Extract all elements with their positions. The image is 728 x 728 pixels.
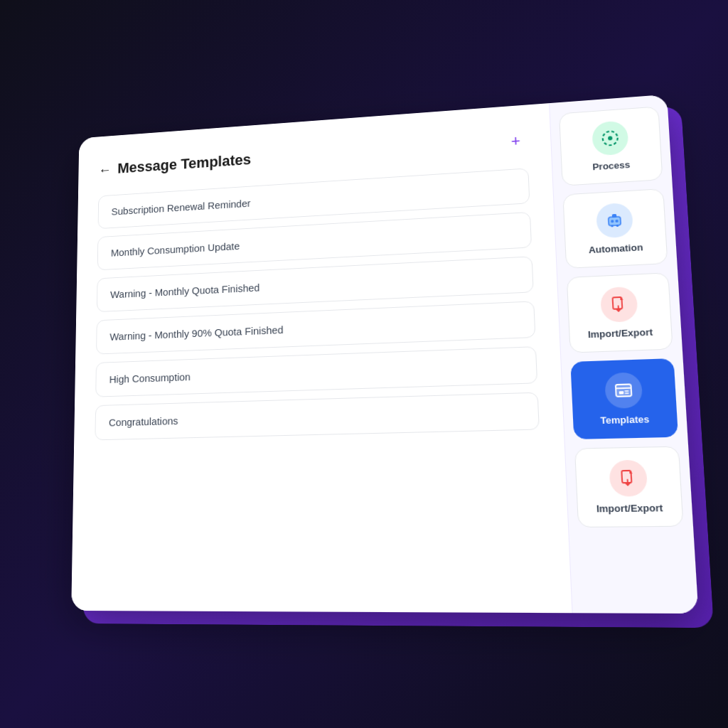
sidebar-item-automation[interactable]: Automation: [562, 188, 668, 269]
svg-line-11: [616, 388, 631, 389]
template-item-5[interactable]: High Consumption: [95, 346, 537, 397]
sidebar-label-automation: Automation: [589, 242, 643, 255]
perspective-wrapper: ← Message Templates + Subscription Renew…: [58, 108, 670, 620]
automation-icon: [595, 203, 633, 239]
template-item-6[interactable]: Congratulations: [95, 392, 539, 441]
sidebar-label-import-export-2: Import/Export: [596, 502, 663, 514]
left-panel: ← Message Templates + Subscription Renew…: [71, 103, 572, 613]
template-list: Subscription Renewal ReminderMonthly Con…: [95, 168, 539, 440]
svg-rect-10: [615, 384, 631, 396]
header-left: ← Message Templates: [99, 151, 252, 178]
back-arrow-icon[interactable]: ←: [99, 162, 112, 178]
sidebar-label-process: Process: [592, 159, 631, 172]
svg-rect-2: [608, 217, 621, 226]
import-export-icon-2: [609, 460, 648, 497]
svg-point-1: [607, 136, 612, 140]
svg-rect-5: [611, 214, 616, 218]
sidebar-label-templates: Templates: [600, 414, 650, 426]
svg-rect-7: [616, 225, 618, 227]
card-main: ← Message Templates + Subscription Renew…: [71, 95, 698, 614]
process-icon: [592, 120, 629, 156]
sidebar-item-import-export-2[interactable]: Import/Export: [574, 446, 684, 528]
sidebar-item-import-export-1[interactable]: Import/Export: [567, 272, 673, 353]
svg-rect-12: [619, 391, 623, 394]
page-title: Message Templates: [117, 151, 251, 177]
import-export-icon: [599, 287, 638, 323]
templates-icon: [604, 372, 642, 409]
card-3d: ← Message Templates + Subscription Renew…: [71, 95, 698, 614]
sidebar-item-templates[interactable]: Templates: [570, 358, 678, 439]
svg-rect-6: [611, 225, 613, 227]
sidebar-label-import-export-1: Import/Export: [587, 326, 653, 340]
